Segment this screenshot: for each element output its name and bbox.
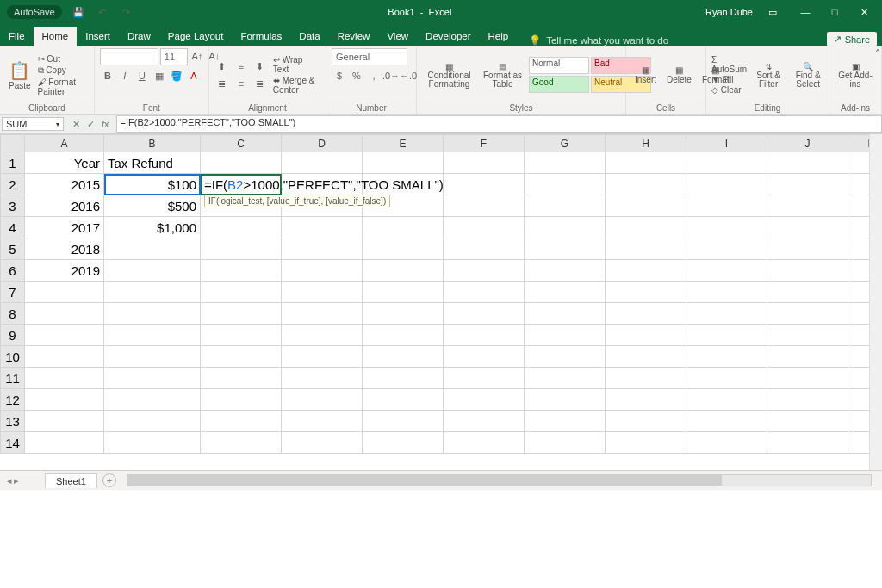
- cell-D4[interactable]: [282, 217, 363, 238]
- cell-H2[interactable]: [606, 174, 686, 195]
- cell-I2[interactable]: [686, 174, 767, 195]
- cell-D12[interactable]: [282, 389, 363, 411]
- row-header[interactable]: 7: [1, 282, 25, 303]
- col-header-G[interactable]: G: [525, 135, 606, 152]
- row-header[interactable]: 3: [1, 195, 25, 217]
- cell-F12[interactable]: [444, 389, 525, 411]
- cell-A14[interactable]: [25, 432, 104, 454]
- cell-I9[interactable]: [686, 325, 767, 346]
- cell-D14[interactable]: [282, 432, 363, 454]
- cell-J4[interactable]: [767, 217, 848, 238]
- format-as-table-button[interactable]: ▤Format as Table: [480, 60, 525, 90]
- cell-J10[interactable]: [767, 346, 848, 368]
- cell-D8[interactable]: [282, 303, 363, 325]
- cell-G6[interactable]: [525, 260, 606, 282]
- cell-E9[interactable]: [363, 325, 444, 346]
- cell-G8[interactable]: [525, 303, 606, 325]
- border-icon[interactable]: ▦: [152, 68, 167, 84]
- cell-A11[interactable]: [25, 368, 104, 389]
- cancel-edit-icon[interactable]: ✕: [72, 119, 80, 130]
- cell-E14[interactable]: [363, 432, 444, 454]
- increase-decimal-icon[interactable]: .0→: [383, 68, 399, 84]
- cell-F8[interactable]: [444, 303, 525, 325]
- cell-B8[interactable]: [104, 303, 201, 325]
- cell-D1[interactable]: [282, 152, 363, 174]
- row-header[interactable]: 13: [1, 411, 25, 432]
- tab-home[interactable]: Home: [34, 27, 78, 46]
- align-left-icon[interactable]: ≣: [214, 76, 230, 91]
- fx-icon[interactable]: fx: [102, 119, 109, 130]
- cell-H1[interactable]: [606, 152, 686, 174]
- align-middle-icon[interactable]: ≡: [233, 59, 249, 74]
- paste-button[interactable]: 📋 Paste: [5, 59, 34, 92]
- cell-C12[interactable]: [201, 389, 282, 411]
- cell-I12[interactable]: [686, 389, 767, 411]
- cell-E7[interactable]: [363, 282, 444, 303]
- horizontal-scrollbar[interactable]: [127, 474, 872, 486]
- cell-I10[interactable]: [686, 346, 767, 368]
- maximize-button[interactable]: □: [822, 3, 848, 21]
- new-sheet-icon[interactable]: +: [102, 473, 116, 487]
- cell-H6[interactable]: [606, 260, 686, 282]
- cell-G11[interactable]: [525, 368, 606, 389]
- tab-developer[interactable]: Developer: [417, 27, 479, 46]
- cell-C1[interactable]: [201, 152, 282, 174]
- col-header-B[interactable]: B: [104, 135, 201, 152]
- insert-cells-button[interactable]: ▦Insert: [631, 64, 660, 86]
- undo-icon[interactable]: ↶: [95, 4, 110, 20]
- col-header-F[interactable]: F: [444, 135, 525, 152]
- tab-data[interactable]: Data: [290, 27, 328, 46]
- sort-filter-button[interactable]: ⇅Sort & Filter: [750, 60, 786, 90]
- cell-A4[interactable]: 2017: [25, 217, 104, 238]
- increase-font-icon[interactable]: A↑: [189, 48, 205, 64]
- row-header[interactable]: 2: [1, 174, 25, 195]
- cell-J6[interactable]: [767, 260, 848, 282]
- font-name-dropdown[interactable]: [100, 48, 158, 65]
- cell-B4[interactable]: $1,000: [104, 217, 201, 238]
- cell-I4[interactable]: [686, 217, 767, 238]
- delete-cells-button[interactable]: ▦Delete: [663, 64, 695, 86]
- cell-F10[interactable]: [444, 346, 525, 368]
- number-format-dropdown[interactable]: General: [332, 48, 407, 65]
- cell-B5[interactable]: [104, 238, 201, 260]
- row-header[interactable]: 10: [1, 346, 25, 368]
- cell-D9[interactable]: [282, 325, 363, 346]
- cell-B6[interactable]: [104, 260, 201, 282]
- cell-H8[interactable]: [606, 303, 686, 325]
- cell-C13[interactable]: [201, 411, 282, 432]
- row-header[interactable]: 1: [1, 152, 25, 174]
- cell-I3[interactable]: [686, 195, 767, 217]
- col-header-H[interactable]: H: [606, 135, 686, 152]
- clear-button[interactable]: ◇ Clear: [711, 85, 747, 95]
- cell-G2[interactable]: [525, 174, 606, 195]
- style-good[interactable]: Good: [529, 76, 589, 93]
- sheet-nav-prev-icon[interactable]: ◂: [7, 475, 12, 486]
- cell-J12[interactable]: [767, 389, 848, 411]
- col-header-E[interactable]: E: [363, 135, 444, 152]
- autosum-button[interactable]: Σ AutoSum: [711, 55, 747, 74]
- cut-button[interactable]: ✂ Cut: [38, 54, 89, 64]
- cell-D13[interactable]: [282, 411, 363, 432]
- redo-icon[interactable]: ↷: [119, 4, 134, 20]
- cell-C8[interactable]: [201, 303, 282, 325]
- cell-E6[interactable]: [363, 260, 444, 282]
- cell-F1[interactable]: [444, 152, 525, 174]
- align-right-icon[interactable]: ≣: [252, 76, 268, 91]
- minimize-button[interactable]: —: [792, 3, 818, 21]
- tab-file[interactable]: File: [0, 27, 34, 46]
- cell-F11[interactable]: [444, 368, 525, 389]
- cell-A9[interactable]: [25, 325, 104, 346]
- cell-E1[interactable]: [363, 152, 444, 174]
- font-color-icon[interactable]: A: [186, 68, 202, 84]
- row-header[interactable]: 8: [1, 303, 25, 325]
- cell-A2[interactable]: 2015: [25, 174, 104, 195]
- conditional-formatting-button[interactable]: ▦Conditional Formatting: [422, 60, 476, 90]
- wrap-text-button[interactable]: ↩ Wrap Text: [273, 55, 320, 74]
- cell-G9[interactable]: [525, 325, 606, 346]
- tab-draw[interactable]: Draw: [119, 27, 159, 46]
- row-header[interactable]: 5: [1, 238, 25, 260]
- format-painter-button[interactable]: 🖌 Format Painter: [38, 77, 89, 96]
- tab-review[interactable]: Review: [329, 27, 379, 46]
- cell-F9[interactable]: [444, 325, 525, 346]
- find-select-button[interactable]: 🔍Find & Select: [790, 60, 826, 90]
